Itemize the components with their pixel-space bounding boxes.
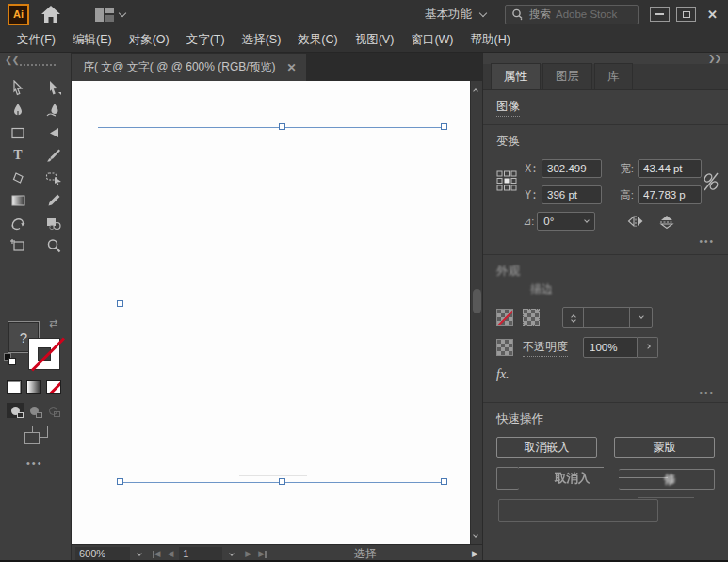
- comment-tool[interactable]: [41, 169, 66, 186]
- menu-edit[interactable]: 编辑(E): [64, 32, 121, 48]
- menu-object[interactable]: 对象(O): [121, 32, 178, 48]
- height-field[interactable]: [638, 185, 702, 204]
- artboard-dropdown-icon[interactable]: [230, 551, 235, 556]
- opacity-expand-button[interactable]: [638, 337, 658, 358]
- x-field[interactable]: [542, 159, 602, 178]
- transform-more-options[interactable]: •••: [496, 236, 715, 247]
- object-type-link[interactable]: 图像: [496, 99, 520, 117]
- rotation-angle-select[interactable]: 0°: [537, 212, 595, 231]
- opacity-field[interactable]: [583, 337, 638, 358]
- menu-window[interactable]: 窗口(W): [402, 32, 461, 48]
- tab-properties[interactable]: 属性: [491, 63, 541, 89]
- collapse-panels-icon[interactable]: ❯❯: [708, 54, 720, 63]
- rectangle-tool[interactable]: [6, 124, 30, 141]
- edit-toolbar-button[interactable]: •••: [26, 458, 43, 469]
- workspace-switcher[interactable]: 基本功能: [425, 7, 486, 23]
- selection-handle-top-center[interactable]: [279, 123, 285, 130]
- menu-type[interactable]: 文字(T): [178, 32, 234, 48]
- artboard-number-field[interactable]: [179, 547, 222, 561]
- draw-inside-button[interactable]: [44, 403, 62, 418]
- direct-selection-tool[interactable]: [6, 79, 30, 96]
- color-button[interactable]: [7, 380, 22, 394]
- selection-handle-left-middle[interactable]: [117, 300, 123, 307]
- properties-panel: ❯❯ 属性 图层 库 图像 变换: [482, 53, 728, 562]
- none-button[interactable]: [46, 380, 61, 394]
- draw-normal-button[interactable]: [7, 403, 24, 418]
- opacity-link[interactable]: 不透明度: [523, 339, 568, 357]
- next-artboard-button[interactable]: ▶: [245, 549, 251, 558]
- panel-grip[interactable]: [19, 63, 57, 67]
- width-field[interactable]: [638, 159, 702, 178]
- rotate-tool[interactable]: [6, 215, 30, 232]
- scrollbar-thumb[interactable]: [473, 289, 481, 313]
- screen-mode-button[interactable]: [24, 426, 49, 446]
- stroke-weight-stepper[interactable]: [563, 308, 584, 327]
- stroke-unit-dropdown[interactable]: [629, 308, 652, 327]
- zoom-dropdown-icon[interactable]: [137, 551, 142, 556]
- fill-swatch[interactable]: [496, 309, 513, 326]
- menu-file[interactable]: 文件(F): [8, 32, 64, 48]
- flip-vertical-icon[interactable]: [659, 215, 674, 229]
- selection-handle-bottom-right[interactable]: [441, 478, 447, 485]
- draw-behind-button[interactable]: [25, 403, 43, 418]
- menu-help[interactable]: 帮助(H): [462, 32, 519, 48]
- vertical-scrollbar[interactable]: [470, 81, 482, 544]
- y-field[interactable]: [542, 185, 602, 204]
- mask-button[interactable]: 蒙版: [614, 437, 715, 458]
- artboard-tool[interactable]: [6, 237, 30, 254]
- prev-artboard-button[interactable]: ◀: [167, 549, 173, 558]
- fx-button[interactable]: fx.: [496, 367, 715, 382]
- tab-libraries[interactable]: 库: [594, 63, 633, 89]
- artboard-canvas[interactable]: [72, 81, 482, 544]
- symbol-sprayer-tool[interactable]: [41, 215, 66, 232]
- scroll-up-icon[interactable]: [473, 88, 478, 94]
- document-tab[interactable]: 序( 文@ 文字( @ @ 600% (RGB/预览) ✕: [72, 54, 306, 81]
- chevron-down-icon: [584, 217, 590, 223]
- pencil-tool[interactable]: [41, 192, 66, 209]
- menu-select[interactable]: 选择(S): [234, 32, 290, 48]
- eraser-tool[interactable]: [6, 169, 30, 186]
- menu-view[interactable]: 视图(V): [347, 32, 403, 48]
- close-tab-icon[interactable]: ✕: [287, 61, 297, 74]
- search-input[interactable]: 搜索 Adobe Stock: [505, 5, 639, 24]
- gradient-button[interactable]: [26, 380, 41, 394]
- stroke-weight-value[interactable]: [584, 308, 629, 327]
- tab-layers[interactable]: 图层: [542, 63, 592, 89]
- paintbrush-tool[interactable]: [41, 147, 66, 164]
- constrain-proportions-button[interactable]: [702, 170, 720, 193]
- flip-horizontal-icon[interactable]: [627, 215, 644, 228]
- stroke-swatch[interactable]: [523, 309, 540, 326]
- selection-handle-bottom-center[interactable]: [279, 478, 285, 485]
- swap-fill-stroke-icon[interactable]: ⇄: [49, 317, 57, 329]
- gradient-tool[interactable]: [6, 192, 30, 209]
- home-button[interactable]: [40, 5, 61, 24]
- type-tool[interactable]: T: [6, 147, 30, 164]
- selection-handle-bottom-left[interactable]: [117, 478, 123, 485]
- zoom-level-field[interactable]: [75, 547, 130, 561]
- selection-tool[interactable]: [41, 79, 66, 96]
- pen-tool[interactable]: [6, 102, 30, 119]
- curvature-tool[interactable]: [41, 102, 66, 119]
- maximize-button[interactable]: [676, 7, 696, 22]
- stroke-color-well[interactable]: [28, 338, 60, 370]
- opacity-swatch[interactable]: [496, 339, 513, 356]
- default-fill-stroke-icon[interactable]: [4, 353, 16, 365]
- unembed-button[interactable]: 取消嵌入: [496, 437, 597, 458]
- curvature-icon: [46, 103, 61, 118]
- zoom-tool[interactable]: [41, 237, 66, 254]
- close-button[interactable]: ✕: [703, 7, 722, 22]
- appearance-more-options[interactable]: •••: [496, 388, 715, 398]
- minimize-button[interactable]: [650, 7, 670, 22]
- first-artboard-button[interactable]: ◀: [153, 549, 160, 558]
- last-artboard-button[interactable]: ▶: [258, 549, 266, 558]
- reference-point-selector[interactable]: [496, 170, 523, 194]
- collapse-panel-icon[interactable]: ❮❮: [5, 55, 19, 65]
- menu-effect[interactable]: 效果(C): [289, 32, 346, 48]
- free-transform-tool[interactable]: [41, 124, 66, 141]
- selection-handle-top-right[interactable]: [441, 123, 447, 130]
- arrange-documents-button[interactable]: [95, 8, 125, 22]
- scroll-down-icon[interactable]: [473, 532, 478, 538]
- status-expand-icon[interactable]: ▶: [472, 549, 478, 558]
- rotation-angle-icon: ⊿:: [523, 216, 534, 228]
- type-icon: T: [13, 148, 22, 163]
